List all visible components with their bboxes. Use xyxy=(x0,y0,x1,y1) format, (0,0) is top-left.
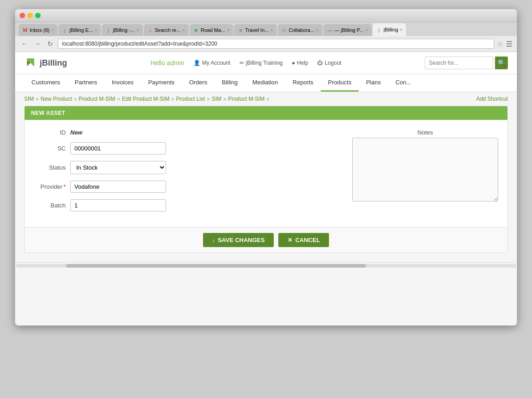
id-label: ID xyxy=(34,129,70,136)
jbilling-icon-4: j xyxy=(376,27,382,32)
nav-item-invoices[interactable]: Invoices xyxy=(104,74,141,92)
forward-button[interactable]: → xyxy=(32,39,42,49)
breadcrumb-sep-7: » xyxy=(266,96,270,102)
tab-label-jbilling2: jBilling -... xyxy=(113,27,135,33)
search-icon: 🔍 xyxy=(498,59,506,67)
cancel-icon: ✕ xyxy=(287,237,292,243)
tab-label-search: Search re... xyxy=(155,27,181,33)
app-content: jBilling Hello admin 👤 My Account ✏ jBil… xyxy=(15,52,517,326)
add-shortcut-link[interactable]: Add Shortcut xyxy=(476,96,508,102)
browser-tab-jbilling2[interactable]: j jBilling -... × xyxy=(102,24,143,36)
breadcrumb-product-msim-1[interactable]: Product M-SIM xyxy=(78,96,115,102)
browser-menu-icon[interactable]: ☰ xyxy=(506,40,512,48)
nav-menu: Customers Partners Invoices Payments Ord… xyxy=(15,74,517,92)
nav-item-orders[interactable]: Orders xyxy=(182,74,215,92)
tab-label-road: Road Ma... xyxy=(201,27,225,33)
browser-tab-road[interactable]: ■ Road Ma... × xyxy=(190,24,234,36)
training-icon: ✏ xyxy=(240,60,244,66)
tab-close-jbilling2[interactable]: × xyxy=(136,28,139,33)
provider-label: Provider xyxy=(34,183,70,190)
breadcrumb-sim-2[interactable]: SIM xyxy=(212,96,221,102)
sc-input[interactable] xyxy=(70,142,166,155)
nav-item-mediation[interactable]: Mediation xyxy=(245,74,285,92)
browser-tab-jbilling3[interactable]: — — jBilling P... × xyxy=(323,24,372,36)
tab-close-search[interactable]: × xyxy=(183,28,185,33)
batch-input[interactable] xyxy=(70,199,166,212)
travel-icon: ≡ xyxy=(238,27,243,33)
tab-label-jbilling3: — jBilling P... xyxy=(334,27,364,33)
nav-item-products[interactable]: Products xyxy=(321,74,359,92)
close-button[interactable] xyxy=(20,13,25,18)
search-area: 🔍 xyxy=(425,57,508,69)
panel-title: NEW ASSET xyxy=(31,110,65,116)
browser-tab-gmail[interactable]: M Inbox (8) × xyxy=(19,24,57,36)
browser-tab-jbilling1[interactable]: j jBilling E... × xyxy=(58,24,101,36)
scrollbar-track[interactable] xyxy=(16,264,516,268)
my-account-link[interactable]: 👤 My Account xyxy=(193,60,230,66)
tab-close-road[interactable]: × xyxy=(227,28,230,33)
form-row-sc: SC xyxy=(34,142,343,155)
tab-close-travel[interactable]: × xyxy=(271,28,273,33)
nav-item-partners[interactable]: Partners xyxy=(68,74,104,92)
breadcrumb-edit-product[interactable]: Edit Product M-SIM xyxy=(122,96,169,102)
title-bar xyxy=(15,9,517,22)
status-select[interactable]: In Stock Out of Stock Reserved xyxy=(70,161,166,174)
back-button[interactable]: ← xyxy=(20,39,30,49)
browser-tab-jbilling4[interactable]: j jBilling × xyxy=(373,23,407,36)
tab-close-jbilling3[interactable]: × xyxy=(365,28,368,33)
nav-item-con[interactable]: Con... xyxy=(388,74,419,92)
logo-text: jBilling xyxy=(40,58,67,68)
tab-close-jbilling1[interactable]: × xyxy=(95,28,98,33)
account-icon: 👤 xyxy=(193,60,200,66)
panel-header: NEW ASSET xyxy=(25,106,507,120)
tab-close-collab[interactable]: × xyxy=(316,28,319,33)
url-input[interactable] xyxy=(58,39,494,49)
browser-tab-travel[interactable]: ≡ Travel In... × xyxy=(234,24,276,36)
notes-textarea[interactable] xyxy=(352,138,498,202)
cancel-button[interactable]: ✕ CANCEL xyxy=(278,233,329,247)
minimize-button[interactable] xyxy=(27,13,33,18)
batch-label: Batch xyxy=(34,202,70,209)
nav-item-reports[interactable]: Reports xyxy=(285,74,321,92)
jbilling-icon-2: j xyxy=(105,27,111,33)
nav-item-plans[interactable]: Plans xyxy=(359,74,388,92)
provider-input[interactable] xyxy=(70,181,166,193)
tab-close-gmail[interactable]: × xyxy=(51,28,54,33)
collab-icon: ⊙ xyxy=(282,27,287,33)
search-button[interactable]: 🔍 xyxy=(495,57,508,69)
browser-tab-search[interactable]: ▲ Search re... × xyxy=(144,24,189,36)
form-row-id: ID New xyxy=(34,129,343,136)
scrollbar-thumb[interactable] xyxy=(66,264,366,268)
help-link[interactable]: ● Help xyxy=(292,60,308,66)
browser-tab-collab[interactable]: ⊙ Collabora... × xyxy=(278,24,323,36)
form-section: ID New SC Status In Stock Out of Stock R… xyxy=(34,129,343,218)
save-changes-button[interactable]: ↓ SAVE CHANGES xyxy=(203,233,274,247)
tab-label-jbilling4: jBilling xyxy=(384,27,398,32)
jbilling-icon-1: j xyxy=(62,27,68,33)
form-row-status: Status In Stock Out of Stock Reserved xyxy=(34,161,343,174)
search-input[interactable] xyxy=(425,57,493,69)
training-link[interactable]: ✏ jBilling Training xyxy=(240,60,283,66)
nav-item-billing[interactable]: Billing xyxy=(214,74,245,92)
breadcrumb-new-product[interactable]: New Product xyxy=(41,96,72,102)
my-account-label: My Account xyxy=(202,60,230,66)
breadcrumb-sim-1[interactable]: SIM xyxy=(24,96,34,102)
breadcrumb-product-list[interactable]: Product List xyxy=(176,96,205,102)
breadcrumb-product-msim-2[interactable]: Product M-SIM xyxy=(228,96,265,102)
greeting-text: Hello admin xyxy=(151,59,184,67)
search-tab-icon: ▲ xyxy=(147,27,153,33)
reload-button[interactable]: ↻ xyxy=(45,39,55,49)
tab-label-jbilling1: jBilling E... xyxy=(69,27,93,33)
breadcrumb-sep-5: » xyxy=(207,96,210,102)
logout-link[interactable]: ⏻ Logout xyxy=(317,60,341,66)
nav-item-payments[interactable]: Payments xyxy=(141,74,182,92)
breadcrumb-sep-2: » xyxy=(74,96,77,102)
tab-close-jbilling4[interactable]: × xyxy=(400,27,403,32)
tabs-bar: M Inbox (8) × j jBilling E... × j jBilli… xyxy=(15,22,517,36)
nav-item-customers[interactable]: Customers xyxy=(24,74,68,92)
maximize-button[interactable] xyxy=(35,13,41,18)
road-icon: ■ xyxy=(193,27,199,33)
form-row-batch: Batch xyxy=(34,199,343,212)
bookmark-icon[interactable]: ☆ xyxy=(497,40,503,48)
notes-section: Notes xyxy=(352,129,498,218)
